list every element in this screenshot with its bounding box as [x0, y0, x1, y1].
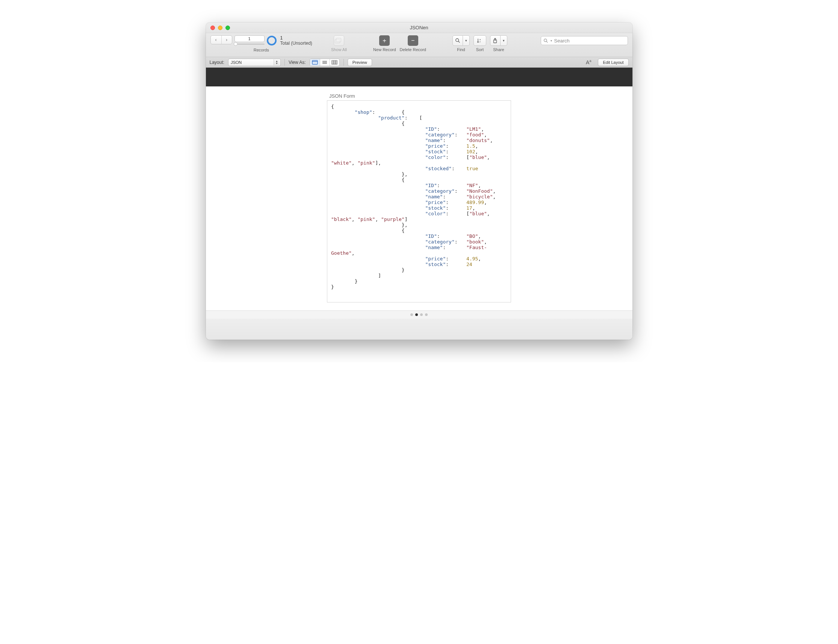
divider	[284, 59, 285, 66]
share-menu-button[interactable]: ▾	[501, 35, 507, 46]
svg-point-0	[456, 39, 459, 42]
main-toolbar: ‹ › 1 1 Total (Unsorted) Rec	[206, 33, 633, 57]
find-menu-button[interactable]: ▾	[463, 35, 470, 46]
window-footer	[206, 319, 633, 340]
share-button[interactable]	[490, 35, 501, 46]
layout-select[interactable]: JSON ▲▼	[228, 59, 281, 66]
layout-value: JSON	[231, 60, 242, 65]
search-input[interactable]: ▾ Search	[541, 36, 628, 45]
prev-record-button[interactable]: ‹	[211, 36, 221, 44]
new-record-group: ＋ New Record	[373, 35, 396, 52]
search-icon	[543, 38, 548, 43]
show-all-group: Show All	[331, 35, 347, 52]
sort-label: Sort	[476, 48, 484, 52]
sort-button[interactable]: a z	[473, 35, 486, 46]
preview-label: Preview	[352, 60, 367, 65]
show-all-label: Show All	[331, 48, 347, 52]
edit-layout-button[interactable]: Edit Layout	[598, 59, 628, 66]
find-label: Find	[457, 48, 465, 52]
svg-rect-14	[332, 61, 337, 64]
page-dot[interactable]	[425, 313, 428, 316]
find-group: ▾ Find	[452, 35, 470, 52]
delete-record-label: Delete Record	[400, 48, 426, 52]
layout-label: Layout:	[210, 60, 224, 65]
preview-button[interactable]: Preview	[348, 59, 372, 66]
page-dot[interactable]	[420, 313, 423, 316]
sort-group: a z Sort	[473, 35, 486, 52]
find-button[interactable]	[452, 35, 463, 46]
delete-record-group: − Delete Record	[400, 35, 426, 52]
page-dots	[206, 310, 633, 319]
view-table-button[interactable]	[330, 59, 339, 66]
records-pie-icon[interactable]	[267, 36, 276, 46]
svg-point-7	[544, 39, 546, 41]
record-nav: ‹ ›	[210, 35, 232, 44]
new-record-label: New Record	[373, 48, 396, 52]
page-dot[interactable]	[415, 313, 418, 316]
new-record-button[interactable]: ＋	[379, 35, 390, 46]
text-format-button[interactable]: Aa	[586, 59, 591, 66]
share-group: ▾ Share	[490, 35, 507, 52]
form-title: JSON Form	[329, 93, 511, 99]
svg-line-8	[546, 41, 547, 43]
record-number-input[interactable]: 1	[235, 35, 265, 42]
layout-header-part	[206, 67, 633, 86]
svg-rect-9	[312, 61, 317, 64]
records-label: Records	[254, 48, 269, 52]
chevron-updown-icon: ▲▼	[274, 59, 279, 66]
share-label: Share	[493, 48, 504, 52]
record-slider[interactable]	[235, 43, 265, 45]
titlebar: JSONen	[206, 23, 633, 33]
records-count: 1	[280, 35, 283, 41]
records-status-text: Total (Unsorted)	[280, 41, 312, 46]
view-as-label: View As:	[289, 60, 306, 65]
records-status: 1 Total (Unsorted)	[280, 35, 312, 46]
json-field[interactable]: { "shop": { "product": [ { "ID": "LM1", …	[327, 100, 511, 302]
view-list-button[interactable]	[320, 59, 330, 66]
page-dot[interactable]	[410, 313, 413, 316]
records-group: ‹ › 1 1 Total (Unsorted) Rec	[210, 35, 312, 52]
window-title: JSONen	[206, 25, 633, 30]
record-number-input-wrap: 1	[235, 35, 265, 45]
view-mode-segment	[310, 59, 340, 66]
edit-layout-label: Edit Layout	[603, 60, 623, 65]
app-window: JSONen ‹ › 1	[206, 23, 633, 340]
delete-record-button[interactable]: −	[408, 35, 418, 46]
svg-text:z: z	[480, 41, 481, 43]
view-form-button[interactable]	[310, 59, 320, 66]
search-placeholder: Search	[554, 38, 570, 44]
next-record-button[interactable]: ›	[221, 36, 232, 44]
body-part: JSON Form { "shop": { "product": [ { "ID…	[206, 86, 633, 310]
divider	[343, 59, 344, 66]
show-all-button[interactable]	[334, 35, 344, 46]
layout-bar: Layout: JSON ▲▼ View As: Preview Aa Edit…	[206, 57, 633, 67]
svg-line-1	[458, 41, 460, 43]
